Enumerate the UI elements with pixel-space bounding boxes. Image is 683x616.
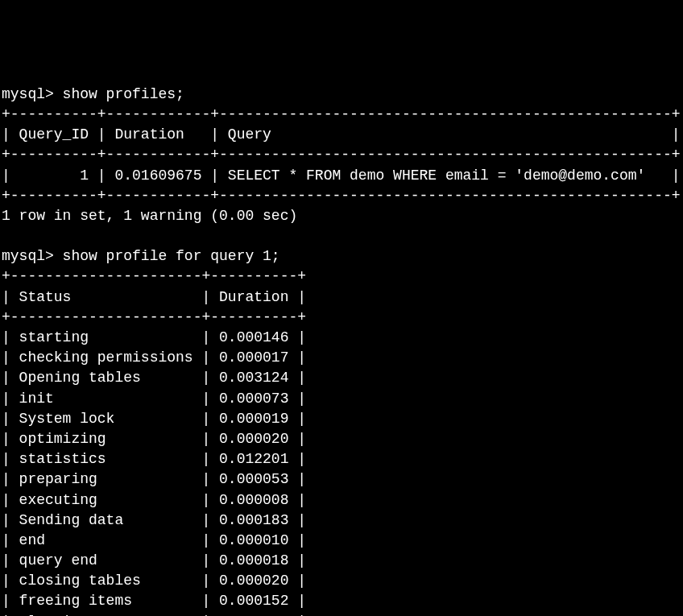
table-border: +----------+------------+---------------… xyxy=(2,106,681,122)
mysql-prompt-line: mysql> show profiles; xyxy=(2,86,184,102)
table-border: +----------+------------+---------------… xyxy=(2,147,681,163)
terminal-output: mysql> show profiles; +----------+------… xyxy=(2,85,681,616)
result-summary: 1 row in set, 1 warning (0.00 sec) xyxy=(2,208,297,224)
table-row: | Sending data | 0.000183 | xyxy=(2,512,306,528)
table-row: | end | 0.000010 | xyxy=(2,532,306,548)
table-header: | Query_ID | Duration | Query | xyxy=(2,126,681,143)
table-row: | starting | 0.000146 | xyxy=(2,329,306,345)
mysql-prompt-line: mysql> show profile for query 1; xyxy=(2,248,280,264)
table-row: | closing tables | 0.000020 | xyxy=(2,573,306,589)
table-row: | init | 0.000073 | xyxy=(2,391,306,407)
table-header: | Status | Duration | xyxy=(2,289,306,305)
table-row: | executing | 0.000008 | xyxy=(2,492,306,508)
table-row: | checking permissions | 0.000017 | xyxy=(2,349,306,366)
table-row: | System lock | 0.000019 | xyxy=(2,411,306,427)
table-border: +----------------------+----------+ xyxy=(2,309,306,325)
table-row: | preparing | 0.000053 | xyxy=(2,471,306,487)
table-row: | cleaning up | 0.000054 | xyxy=(2,614,306,616)
table-row: | Opening tables | 0.003124 | xyxy=(2,370,306,386)
table-border: +----------+------------+---------------… xyxy=(2,188,681,204)
table-row: | statistics | 0.012201 | xyxy=(2,451,306,467)
table-row: | freeing items | 0.000152 | xyxy=(2,593,306,609)
table-row: | 1 | 0.01609675 | SELECT * FROM demo WH… xyxy=(2,167,681,184)
table-border: +----------------------+----------+ xyxy=(2,268,306,284)
table-row: | query end | 0.000018 | xyxy=(2,552,306,568)
table-row: | optimizing | 0.000020 | xyxy=(2,431,306,447)
